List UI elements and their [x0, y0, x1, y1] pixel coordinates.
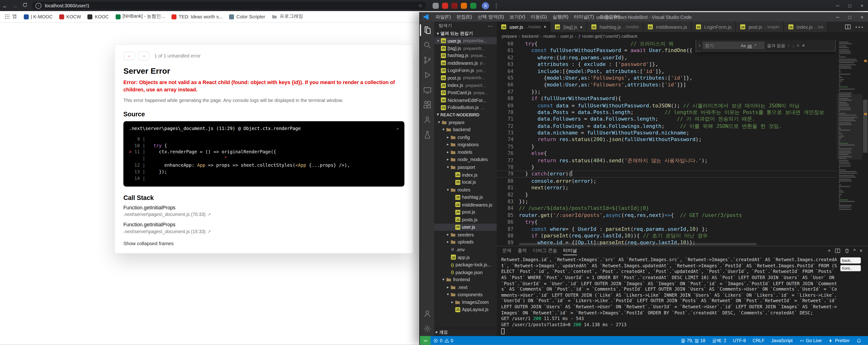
- apps-button[interactable]: 앱: [4, 13, 17, 20]
- next-error-button[interactable]: →: [138, 52, 149, 60]
- remote-indicator[interactable]: ><: [420, 336, 431, 345]
- tree-item[interactable]: ▸models: [434, 148, 497, 156]
- code-line[interactable]: 70 data.Posts = data.Posts.length; // le…: [497, 109, 837, 116]
- activity-test[interactable]: [420, 127, 434, 142]
- menu-item[interactable]: 도움말(H): [597, 14, 623, 20]
- tree-item[interactable]: ▾components: [434, 291, 497, 298]
- open-editor-item[interactable]: JSFollowButton.js...: [434, 104, 497, 111]
- status-eol[interactable]: CRLF: [749, 338, 768, 344]
- profile-avatar[interactable]: [482, 2, 489, 9]
- bookmark-item[interactable]: KOOC: [88, 14, 108, 20]
- code-line[interactable]: 76 else{: [497, 150, 837, 157]
- open-editor-item[interactable]: JSNicknameEditFor...: [434, 96, 497, 104]
- open-editor-item[interactable]: JSPostCard.jsprepa...: [434, 89, 497, 96]
- tab-close-icon[interactable]: ×: [544, 24, 546, 29]
- status-indentation[interactable]: 공백: 2: [709, 338, 730, 344]
- editor-tab[interactable]: JSmiddlewares.js: [643, 22, 691, 32]
- breadcrumb-item[interactable]: backend: [522, 33, 538, 38]
- menu-item[interactable]: 이동(G): [528, 14, 550, 20]
- browser-maximize-button[interactable]: □: [844, 3, 856, 8]
- code-line[interactable]: 62 where:{id:req.params.userId},: [497, 54, 837, 61]
- vscode-minimize-button[interactable]: ─: [832, 14, 844, 20]
- outline-section-header[interactable]: ▸ 개요: [434, 328, 497, 336]
- bookmark-item[interactable]: [NHBank] - 농협인...: [115, 13, 165, 20]
- tree-item[interactable]: JSpost.js: [434, 208, 497, 216]
- code-line[interactable]: 68 if (fullUserWithoutPassword){: [497, 95, 837, 102]
- find-previous-icon[interactable]: ↑: [787, 42, 790, 48]
- tree-item[interactable]: ▸uploads: [434, 238, 497, 246]
- code-line[interactable]: 71 data.Followers = data.Followers.lengt…: [497, 116, 837, 123]
- code-line[interactable]: 75 }: [497, 143, 837, 150]
- tree-item[interactable]: JShashtag.js: [434, 193, 497, 201]
- menu-item[interactable]: 실행(R): [550, 14, 571, 20]
- tree-item[interactable]: ▸node_modules: [434, 156, 497, 164]
- find-collapse-icon[interactable]: ›: [699, 42, 701, 48]
- close-panel-icon[interactable]: ×: [860, 248, 862, 254]
- new-terminal-icon[interactable]: +: [828, 248, 831, 254]
- editor-tab[interactable]: JS[tag].js●: [551, 22, 587, 32]
- split-editor-icon[interactable]: [845, 24, 851, 30]
- split-terminal-icon[interactable]: [835, 248, 840, 254]
- bookmark-star-icon[interactable]: ☆: [418, 3, 423, 8]
- extension-icon[interactable]: [442, 3, 448, 9]
- bookmark-item[interactable]: TED: Ideas worth s...: [172, 14, 223, 20]
- status-go-live[interactable]: Go Live: [796, 338, 825, 344]
- explorer-more-actions-icon[interactable]: ⋯: [488, 23, 492, 29]
- tree-item[interactable]: JSposts.js: [434, 216, 497, 224]
- tree-item[interactable]: ⚙.env: [434, 246, 497, 253]
- status-language-mode[interactable]: JavaScript: [768, 338, 796, 344]
- bookmark-item[interactable]: | K-MOOC: [24, 14, 53, 20]
- menu-item[interactable]: 파일(F): [433, 14, 454, 20]
- tree-item[interactable]: {}package-lock.js...: [434, 261, 497, 268]
- frame-location[interactable]: .next\server\pages\_document.js (15:33)↗: [123, 229, 404, 235]
- panel-tab[interactable]: 출력: [518, 247, 527, 256]
- breadcrumb-symbol[interactable]: router.get('/:userId') callback: [582, 33, 638, 38]
- minimap[interactable]: [837, 40, 862, 246]
- external-link-icon[interactable]: ↗: [207, 229, 211, 235]
- menu-item[interactable]: 선택 영역(S): [475, 14, 507, 20]
- menu-item[interactable]: 보기(V): [507, 14, 528, 20]
- tree-item[interactable]: ▾frontend: [434, 276, 497, 284]
- menu-item[interactable]: 터미널(T): [571, 14, 597, 20]
- bookmark-item[interactable]: KOCW: [59, 14, 81, 20]
- activity-settings[interactable]: [420, 321, 434, 336]
- activity-extensions[interactable]: [420, 97, 434, 112]
- open-editor-item[interactable]: JShashtag.jsprepar...: [434, 52, 497, 59]
- open-editor-item[interactable]: JS[tag].jsprepare\fr...: [434, 45, 497, 52]
- status-prettier[interactable]: Prettier: [825, 338, 853, 344]
- menu-item[interactable]: 편집(E): [454, 14, 475, 20]
- address-bar[interactable]: i localhost:3060/user/1 ☆: [32, 2, 426, 9]
- match-case-icon[interactable]: Aa: [741, 43, 746, 48]
- site-info-icon[interactable]: i: [35, 3, 41, 9]
- open-editor-item[interactable]: JSLoginForm.jspre...: [434, 67, 497, 74]
- code-line[interactable]: 77 return res.status(404).send('존재하지 않는 …: [497, 157, 837, 164]
- tree-item[interactable]: {}package.json: [434, 268, 497, 276]
- code-line[interactable]: 84// /user/${data}/posts?lastId=${lastId…: [497, 205, 837, 212]
- terminal-instance-item[interactable]: front..: [840, 265, 861, 271]
- find-close-icon[interactable]: ×: [802, 42, 805, 48]
- bookmark-item[interactable]: 프로그래밍: [272, 13, 303, 20]
- code-line[interactable]: 67 });: [497, 88, 837, 95]
- code-line[interactable]: 85router.get('/:userId/posts',async(req,…: [497, 212, 837, 219]
- code-line[interactable]: 81 next(error);: [497, 184, 837, 191]
- activity-explorer[interactable]: [420, 23, 434, 37]
- tree-item[interactable]: JSmiddlewares.js: [434, 201, 497, 208]
- tree-item[interactable]: JSapp.js: [434, 253, 497, 261]
- frame-location[interactable]: .next\server\pages\_document.js (70:33)↗: [123, 212, 404, 218]
- terminal[interactable]: Retweet.Images.id`, `Retweet->Images`.`s…: [497, 255, 868, 336]
- code-line[interactable]: 88 if (parseInt(req.query.lastId,10)){ /…: [497, 232, 837, 239]
- code-line[interactable]: 63 attributes : { exclude : ['password']…: [497, 61, 837, 68]
- tree-item[interactable]: ▸migrations: [434, 141, 497, 148]
- code-line[interactable]: 74 return res.status(200).json(fullUserW…: [497, 136, 837, 143]
- editor-tab[interactable]: JSLoginForm.js: [691, 22, 736, 32]
- code-line[interactable]: 83});: [497, 198, 837, 205]
- tree-item[interactable]: ▾backend: [434, 126, 497, 134]
- bookmark-item[interactable]: Color Scripter: [229, 14, 265, 20]
- extension-icon[interactable]: [452, 3, 458, 9]
- code-line[interactable]: 86 try{: [497, 219, 837, 226]
- open-editors-section-header[interactable]: ▾ 열려 있는 편집기: [434, 30, 497, 37]
- activity-search[interactable]: [420, 38, 434, 53]
- activity-live-share[interactable]: [420, 112, 434, 127]
- close-icon[interactable]: ×: [436, 38, 440, 43]
- tree-item[interactable]: ▸seeders: [434, 231, 497, 238]
